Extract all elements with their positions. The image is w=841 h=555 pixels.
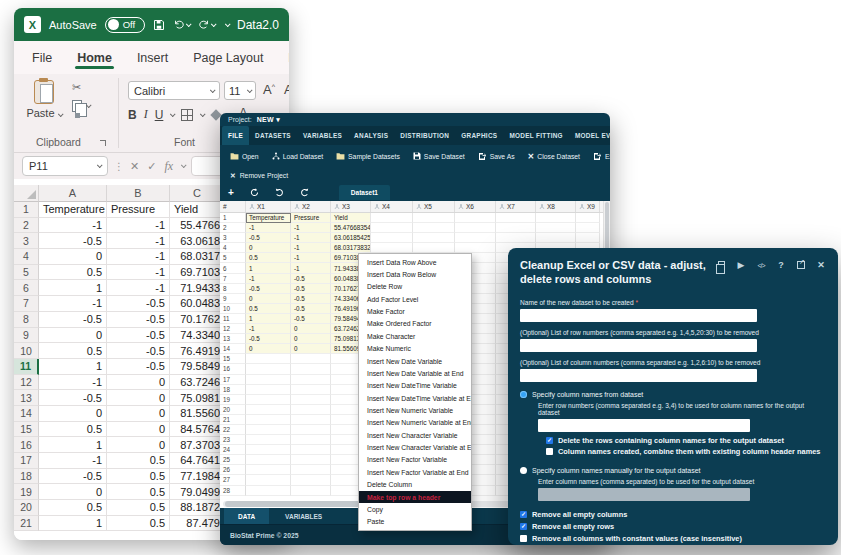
- row-number[interactable]: 25: [220, 455, 246, 465]
- context-menu-item-make-factor[interactable]: Make Factor: [359, 305, 471, 317]
- cell[interactable]: [413, 243, 455, 253]
- cell[interactable]: 68.03173832: [331, 243, 371, 253]
- cell[interactable]: -1: [291, 223, 331, 233]
- cell[interactable]: -1: [246, 223, 291, 233]
- cell[interactable]: -0.5: [246, 334, 291, 344]
- header-row-numbers-input[interactable]: [538, 419, 750, 432]
- save-icon[interactable]: [153, 19, 165, 31]
- checkbox-remove-empty-columns[interactable]: ✓: [520, 511, 527, 518]
- cell[interactable]: [291, 385, 331, 395]
- context-menu-item-insert-new-character-variable-at-end[interactable]: Insert New Character Variable at End: [359, 441, 471, 453]
- biostat-tab-file[interactable]: FILE: [222, 126, 249, 145]
- copy-icon[interactable]: [72, 100, 90, 112]
- row-number[interactable]: 1: [220, 213, 246, 223]
- cell[interactable]: 63.0618: [170, 233, 225, 249]
- row-header-17[interactable]: 17: [14, 453, 39, 469]
- row-number[interactable]: 7: [220, 274, 246, 284]
- close-dataset-button[interactable]: ✕Close Dataset: [528, 152, 580, 161]
- biostat-tab-analysis[interactable]: ANALYSIS: [348, 126, 394, 145]
- context-menu-item-insert-data-row-below[interactable]: Insert Data Row Below: [359, 268, 471, 280]
- menu-tab-page-layout[interactable]: Page Layout: [191, 44, 265, 72]
- cell[interactable]: -0.5: [107, 343, 170, 359]
- cell[interactable]: 0.5: [246, 253, 291, 263]
- cell[interactable]: 71.9433: [170, 280, 225, 296]
- cancel-entry-icon[interactable]: ✕: [130, 160, 139, 173]
- cell[interactable]: 63.7246: [170, 375, 225, 391]
- cell[interactable]: 60.0483: [170, 296, 225, 312]
- cell[interactable]: 76.4919: [170, 343, 225, 359]
- context-menu-item-insert-data-row-above[interactable]: Insert Data Row Above: [359, 256, 471, 268]
- cell[interactable]: 69.7103: [170, 265, 225, 281]
- cell[interactable]: [371, 223, 413, 233]
- column-header-B[interactable]: B: [107, 185, 170, 202]
- load-dataset-button[interactable]: Load Dataset: [272, 152, 323, 160]
- cell[interactable]: -0.5: [291, 274, 331, 284]
- row-number[interactable]: 11: [220, 314, 246, 324]
- cell[interactable]: 0.5: [107, 484, 170, 500]
- cell[interactable]: -0.5: [246, 284, 291, 294]
- context-menu-item-insert-new-character-variable[interactable]: Insert New Character Variable: [359, 429, 471, 441]
- checkbox-remove-constant-columns[interactable]: [520, 535, 527, 542]
- row-number[interactable]: 19: [220, 395, 246, 405]
- row-number[interactable]: 12: [220, 324, 246, 334]
- row-number[interactable]: 23: [220, 435, 246, 445]
- cell[interactable]: -1: [291, 233, 331, 243]
- biostat-tab-datasets[interactable]: DATASETS: [249, 126, 297, 145]
- cell[interactable]: [291, 395, 331, 405]
- row-number[interactable]: 3: [220, 233, 246, 243]
- cell[interactable]: Yield: [331, 213, 371, 223]
- cell[interactable]: Pressure: [107, 202, 170, 218]
- project-name-dropdown[interactable]: NEW ▾: [257, 116, 280, 124]
- biostat-tab-model-fitting[interactable]: MODEL FITTING: [503, 126, 568, 145]
- cell[interactable]: [291, 415, 331, 425]
- row-header-2[interactable]: 2: [14, 218, 39, 234]
- cell[interactable]: 0: [107, 437, 170, 453]
- context-menu-item-make-numeric[interactable]: Make Numeric: [359, 343, 471, 355]
- cell[interactable]: 0.5: [39, 343, 107, 359]
- save-dataset-button[interactable]: Save Dataset: [413, 152, 465, 160]
- cell[interactable]: -0.5: [107, 328, 170, 344]
- radio-manual-names[interactable]: [520, 467, 527, 474]
- column-header-X1[interactable]: X1: [246, 201, 291, 212]
- row-number[interactable]: 16: [220, 364, 246, 374]
- cell[interactable]: 0.5: [39, 500, 107, 516]
- cell[interactable]: [413, 223, 455, 233]
- row-number[interactable]: 28: [220, 486, 246, 496]
- biostat-tab-model-evaluation[interactable]: MODEL EVALUATION: [569, 126, 610, 145]
- cell[interactable]: [455, 223, 496, 233]
- refresh-icon[interactable]: [250, 188, 259, 197]
- cell[interactable]: -0.5: [291, 294, 331, 304]
- cell[interactable]: 1: [39, 359, 107, 375]
- row-header-12[interactable]: 12: [14, 375, 39, 391]
- cell[interactable]: [246, 354, 291, 364]
- confirm-entry-icon[interactable]: ✓: [147, 160, 156, 173]
- paste-button[interactable]: Paste: [24, 80, 64, 119]
- cell[interactable]: -1: [107, 280, 170, 296]
- row-number[interactable]: 9: [220, 294, 246, 304]
- context-menu-item-insert-new-date-variable[interactable]: Insert New Date Variable: [359, 355, 471, 367]
- cell[interactable]: 1: [246, 263, 291, 273]
- cell[interactable]: [291, 425, 331, 435]
- autosave-toggle[interactable]: Off: [105, 17, 145, 33]
- cell[interactable]: 1: [39, 437, 107, 453]
- cell[interactable]: [536, 233, 576, 243]
- bottom-tab-variables[interactable]: VARIABLES: [271, 508, 336, 524]
- code-icon[interactable]: </>: [756, 260, 766, 270]
- cell[interactable]: -1: [107, 233, 170, 249]
- row-number[interactable]: 21: [220, 415, 246, 425]
- context-menu-item-make-character[interactable]: Make Character: [359, 330, 471, 342]
- row-header-3[interactable]: 3: [14, 233, 39, 249]
- cell[interactable]: -1: [107, 249, 170, 265]
- biostat-tab-graphics[interactable]: GRAPHICS: [455, 126, 503, 145]
- cell[interactable]: -1: [39, 296, 107, 312]
- row-number[interactable]: 14: [220, 344, 246, 354]
- cell[interactable]: [246, 425, 291, 435]
- bottom-tab-data[interactable]: DATA: [224, 508, 269, 524]
- export-output-button[interactable]: Export Output: [593, 152, 610, 160]
- cell[interactable]: [496, 213, 536, 223]
- cell[interactable]: 0: [291, 334, 331, 344]
- row-number[interactable]: 18: [220, 385, 246, 395]
- cell[interactable]: -1: [39, 453, 107, 469]
- cell[interactable]: -0.5: [107, 312, 170, 328]
- context-menu-item-make-ordered-factor[interactable]: Make Ordered Factor: [359, 318, 471, 330]
